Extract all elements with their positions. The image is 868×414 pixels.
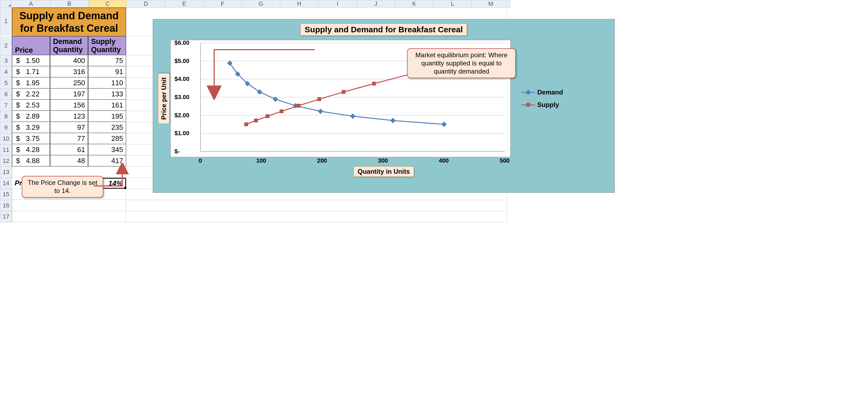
svg-rect-11 (318, 109, 323, 114)
col-header-G[interactable]: G (242, 0, 280, 8)
x-tick: 500 (500, 157, 510, 164)
col-header-A[interactable]: A (12, 0, 50, 8)
row-header[interactable]: 8 (0, 111, 12, 122)
col-header-J[interactable]: J (357, 0, 395, 8)
cell-demand[interactable]: 123 (50, 111, 88, 122)
cell-supply[interactable]: 133 (88, 89, 126, 100)
svg-rect-19 (254, 118, 258, 123)
legend-supply-label: Supply (537, 101, 559, 109)
cell-supply[interactable]: 285 (88, 133, 126, 144)
x-tick: 300 (378, 157, 388, 164)
x-tick: 200 (317, 157, 327, 164)
row-header[interactable]: 9 (0, 122, 12, 133)
chart-plot-area[interactable]: $6.00$5.00$4.00$3.00$2.00$1.00$- Market … (170, 40, 510, 157)
legend-supply: Supply (522, 101, 589, 109)
cell-price[interactable]: $ 2.53 (12, 100, 50, 111)
select-all-corner[interactable] (0, 0, 12, 8)
cell-price[interactable]: $ 3.75 (12, 133, 50, 144)
col-header-I[interactable]: I (318, 0, 357, 8)
col-header-C[interactable]: C (89, 0, 127, 8)
row-header[interactable]: 15 (0, 189, 12, 200)
cell-supply[interactable]: 195 (88, 111, 126, 122)
svg-rect-25 (372, 82, 376, 85)
row-header[interactable]: 10 (0, 133, 12, 144)
x-tick: 400 (439, 157, 449, 164)
cell-price[interactable]: $ 1.50 (12, 56, 50, 66)
cell-supply[interactable]: 91 (88, 67, 126, 77)
row-17: 17 (0, 211, 868, 222)
cell-demand[interactable]: 400 (50, 56, 88, 66)
col-header-H[interactable]: H (280, 0, 318, 8)
svg-rect-8 (441, 122, 447, 127)
row-header[interactable]: 7 (0, 100, 12, 111)
svg-rect-18 (244, 123, 248, 126)
header-price[interactable]: Price (12, 36, 50, 55)
row-header[interactable]: 5 (0, 78, 12, 89)
cell-price[interactable]: $ 4.28 (12, 144, 50, 155)
svg-rect-22 (297, 104, 301, 107)
cell-demand[interactable]: 316 (50, 67, 88, 77)
column-header-row: ABCDEFGHIJKLM (0, 0, 868, 8)
cell-supply[interactable]: 345 (88, 144, 126, 155)
cell-price[interactable]: $ 3.29 (12, 122, 50, 133)
cell-demand[interactable]: 250 (50, 78, 88, 89)
svg-rect-9 (390, 118, 396, 123)
cell-demand[interactable]: 61 (50, 144, 88, 155)
svg-rect-10 (350, 113, 355, 119)
x-tick-row: 0100200300400500 (170, 157, 510, 166)
cell-price[interactable]: $ 1.95 (12, 78, 50, 89)
cell-price[interactable]: $ 2.89 (12, 111, 50, 122)
row-header[interactable]: 4 (0, 67, 12, 78)
row-header[interactable]: 17 (0, 211, 12, 222)
cell-supply[interactable]: 161 (88, 100, 126, 111)
row-header[interactable]: 3 (0, 56, 12, 67)
col-header-L[interactable]: L (433, 0, 472, 8)
row-header[interactable]: 13 (0, 167, 12, 178)
cell-supply[interactable]: 75 (88, 56, 126, 66)
chart-container[interactable]: Supply and Demand for Breakfast Cereal P… (153, 19, 615, 193)
header-supply[interactable]: Supply Quantity (88, 36, 126, 55)
cell-demand[interactable]: 77 (50, 133, 88, 144)
col-header-F[interactable]: F (204, 0, 242, 8)
col-header-M[interactable]: M (472, 0, 510, 8)
col-header-D[interactable]: D (127, 0, 165, 8)
row-header[interactable]: 11 (0, 144, 12, 156)
row-16: 16 (0, 200, 868, 211)
row-header[interactable]: 6 (0, 89, 12, 100)
x-tick: 0 (199, 157, 202, 164)
chart-legend: Demand Supply (510, 40, 589, 157)
cell-demand[interactable]: 156 (50, 100, 88, 111)
cell-demand[interactable]: 48 (50, 156, 88, 166)
y-axis-label-wrap: Price per Unit (157, 40, 170, 157)
header-demand[interactable]: Demand Quantity (50, 36, 88, 55)
row-header[interactable]: 12 (0, 156, 12, 167)
cell-supply[interactable]: 417 (88, 156, 126, 166)
row-header[interactable]: 14 (0, 178, 12, 189)
x-tick: 100 (256, 157, 266, 164)
cell-supply[interactable]: 235 (88, 122, 126, 133)
row-header[interactable]: 1 (0, 8, 12, 35)
cell-demand[interactable]: 197 (50, 89, 88, 100)
y-axis-label: Price per Unit (158, 73, 169, 124)
svg-rect-14 (257, 89, 262, 95)
svg-rect-21 (280, 109, 283, 113)
cell-price[interactable]: $ 4.88 (12, 156, 50, 166)
legend-demand: Demand (522, 89, 589, 96)
col-header-K[interactable]: K (395, 0, 433, 8)
callout-price-change: The Price Change is set to 14. (22, 176, 103, 198)
cell-price[interactable]: $ 1.71 (12, 67, 50, 77)
x-axis-label: Quantity in Units (353, 166, 414, 177)
cell-supply[interactable]: 110 (88, 78, 126, 89)
col-header-B[interactable]: B (50, 0, 89, 8)
cell-price[interactable]: $ 2.22 (12, 89, 50, 100)
chart-title: Supply and Demand for Breakfast Cereal (301, 24, 467, 36)
cell-demand[interactable]: 97 (50, 122, 88, 133)
svg-rect-20 (266, 114, 269, 118)
col-header-E[interactable]: E (165, 0, 204, 8)
svg-rect-23 (317, 97, 321, 101)
svg-rect-24 (342, 90, 345, 94)
table-title[interactable]: Supply and Demand for Breakfast Cereal (12, 8, 126, 36)
legend-demand-label: Demand (537, 89, 563, 96)
row-header[interactable]: 2 (0, 36, 12, 56)
row-header[interactable]: 16 (0, 200, 12, 211)
